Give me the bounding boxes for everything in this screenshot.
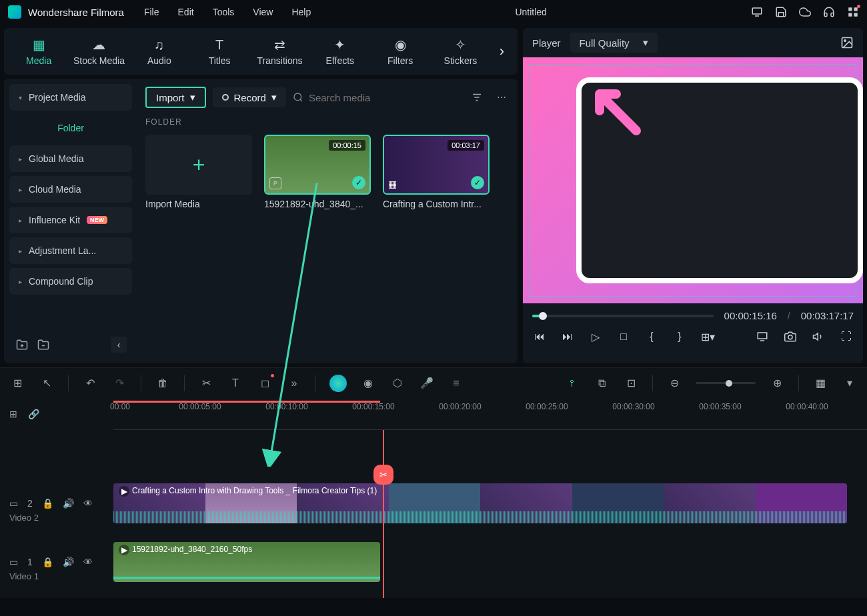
mark-in-icon[interactable]: { [644, 329, 659, 344]
timeline-clip[interactable]: ▶ 15921892-uhd_3840_2160_50fps [113, 542, 380, 582]
prev-frame-icon[interactable]: ⏮ [532, 329, 547, 344]
svg-point-18 [788, 335, 792, 339]
menu-help[interactable]: Help [291, 7, 311, 17]
tab-filters[interactable]: ◉Filters [372, 31, 428, 71]
scissors-icon[interactable]: ✂ [373, 465, 393, 485]
quality-selector[interactable]: Full Quality▾ [570, 33, 658, 53]
duration-badge: 00:03:17 [448, 140, 484, 151]
tabs-scroll-right[interactable]: › [493, 43, 511, 60]
zoom-in-icon[interactable]: ⊕ [769, 375, 785, 391]
collapse-sidebar-icon[interactable]: ‹ [111, 337, 127, 353]
new-folder-icon[interactable] [15, 337, 29, 352]
add-track-icon[interactable]: ⊞ [9, 409, 17, 419]
mute-icon[interactable]: 🔊 [63, 557, 74, 567]
playhead[interactable]: ✂ [383, 430, 384, 598]
next-frame-icon[interactable]: ⏭ [560, 329, 575, 344]
sidebar-compound-clip[interactable]: ▸Compound Clip [9, 268, 132, 295]
redo-icon[interactable]: ↷ [111, 375, 127, 391]
layout-icon[interactable]: ⊞ [9, 375, 25, 391]
snap-icon[interactable]: ⫯ [564, 375, 580, 391]
cloud-icon[interactable] [799, 6, 811, 18]
zoom-out-icon[interactable]: ⊖ [666, 375, 682, 391]
sidebar-influence-kit[interactable]: ▸Influence KitNEW [9, 207, 132, 233]
track-name: Video 1 [9, 571, 104, 581]
media-clip-tile[interactable]: 00:03:17 ▦ ✓ [383, 135, 490, 195]
play-icon[interactable]: ▷ [588, 329, 603, 344]
track-header-video1[interactable]: ▭1 🔒 🔊 👁 Video 1 [0, 539, 113, 598]
title-bar: Wondershare Filmora File Edit Tools View… [0, 0, 867, 24]
mute-icon[interactable]: 🔊 [63, 498, 74, 509]
headphones-icon[interactable] [823, 6, 835, 18]
tab-media[interactable]: ▦Media [11, 31, 67, 71]
split-icon[interactable]: ✂ [198, 375, 214, 391]
seek-slider[interactable] [532, 315, 714, 317]
import-button[interactable]: Import▾ [145, 87, 206, 108]
auto-ripple-icon[interactable]: ⧉ [594, 375, 610, 391]
visibility-icon[interactable]: 👁 [83, 498, 93, 509]
voiceover-icon[interactable]: 🎤 [419, 375, 435, 391]
zoom-slider[interactable] [696, 382, 756, 384]
visibility-icon[interactable]: 👁 [83, 557, 93, 567]
text-icon[interactable]: T [227, 375, 243, 391]
chevron-right-icon: ▸ [19, 278, 22, 285]
delete-folder-icon[interactable] [36, 337, 51, 352]
snapshot-icon[interactable] [840, 36, 854, 49]
tile-caption: Import Media [145, 199, 252, 209]
menu-edit[interactable]: Edit [178, 7, 194, 17]
cursor-icon[interactable]: ↖ [39, 375, 55, 391]
import-media-tile[interactable]: + [145, 135, 252, 195]
sidebar-global-media[interactable]: ▸Global Media [9, 145, 132, 172]
tab-effects[interactable]: ✦Effects [312, 31, 368, 71]
sidebar-folder[interactable]: Folder [9, 115, 132, 141]
volume-icon[interactable] [811, 329, 826, 344]
monitor-icon[interactable] [751, 6, 763, 18]
mark-out-icon[interactable]: } [672, 329, 687, 344]
tab-titles[interactable]: TTitles [191, 31, 247, 71]
play-indicator-icon: ▶ [119, 486, 129, 497]
app-logo [8, 5, 21, 19]
more-tools-icon[interactable]: » [286, 375, 302, 391]
display-mode-icon[interactable]: ⊞▾ [700, 329, 715, 344]
camera-icon[interactable] [783, 329, 798, 344]
track-header-video2[interactable]: ▭2 🔒 🔊 👁 Video 2 [0, 481, 113, 539]
undo-icon[interactable]: ↶ [82, 375, 98, 391]
tab-audio[interactable]: ♫Audio [131, 31, 187, 71]
time-ruler[interactable]: 00:00 00:00:05:00 00:00:10:00 00:00:15:0… [113, 398, 867, 430]
ai-assistant-icon[interactable] [329, 375, 347, 392]
chevron-right-icon: ▸ [19, 186, 22, 193]
link-icon[interactable]: 🔗 [28, 409, 39, 419]
menu-tools[interactable]: Tools [213, 7, 235, 17]
fit-icon[interactable]: ⊡ [623, 375, 639, 391]
crop-icon[interactable]: ◻ [257, 375, 273, 391]
stop-icon[interactable]: □ [616, 329, 631, 344]
lock-icon[interactable]: 🔒 [42, 557, 53, 567]
lock-icon[interactable]: 🔒 [42, 498, 53, 509]
preview-viewport[interactable] [523, 57, 863, 303]
render-icon[interactable]: ◉ [360, 375, 376, 391]
sidebar-cloud-media[interactable]: ▸Cloud Media [9, 176, 132, 203]
delete-icon[interactable]: 🗑 [155, 375, 171, 391]
apps-icon[interactable] [847, 6, 859, 18]
more-icon[interactable]: ⋯ [494, 92, 510, 103]
marker-icon[interactable]: ⬡ [389, 375, 405, 391]
track-display-icon[interactable]: ▦ [812, 375, 828, 391]
sidebar-adjustment-layer[interactable]: ▸Adjustment La... [9, 237, 132, 264]
fullscreen-icon[interactable]: ⛶ [839, 329, 854, 344]
media-clip-tile[interactable]: 00:00:15 P ✓ [264, 135, 371, 195]
menu-view[interactable]: View [253, 7, 273, 17]
tab-stickers[interactable]: ✧Stickers [432, 31, 488, 71]
record-button[interactable]: Record▾ [213, 87, 286, 107]
audio-mixer-icon[interactable]: ≡ [448, 375, 464, 391]
folder-section-label: FOLDER [145, 117, 510, 127]
filter-icon[interactable] [471, 91, 487, 103]
timeline-clip[interactable]: ▶ Crafting a Custom Intro with Drawing T… [113, 483, 847, 523]
save-icon[interactable] [775, 6, 787, 18]
track-options-icon[interactable]: ▾ [842, 375, 858, 391]
svg-point-15 [844, 40, 846, 42]
tab-stock-media[interactable]: ☁Stock Media [71, 31, 127, 71]
sidebar-project-media[interactable]: ▾Project Media [9, 84, 132, 111]
search-input[interactable] [309, 92, 464, 103]
display-icon[interactable] [755, 329, 770, 344]
menu-file[interactable]: File [144, 7, 159, 17]
tab-transitions[interactable]: ⇄Transitions [251, 31, 307, 71]
